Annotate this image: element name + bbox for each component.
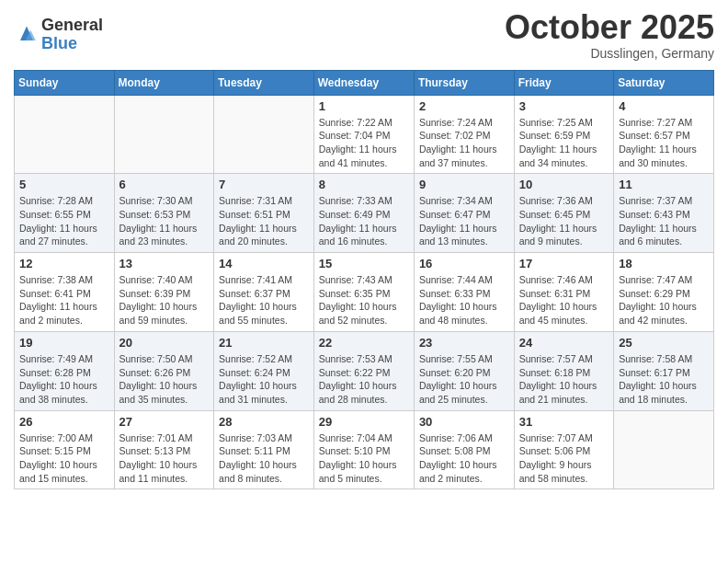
day-info: Sunrise: 7:41 AMSunset: 6:37 PMDaylight:…: [219, 273, 309, 327]
day-info: Sunrise: 7:47 AMSunset: 6:29 PMDaylight:…: [619, 273, 709, 327]
day-cell: 22Sunrise: 7:53 AMSunset: 6:22 PMDayligh…: [313, 331, 414, 410]
column-header-tuesday: Tuesday: [214, 70, 314, 95]
day-info: Sunrise: 7:49 AMSunset: 6:28 PMDaylight:…: [19, 352, 109, 407]
column-header-monday: Monday: [114, 70, 214, 95]
day-cell: 13Sunrise: 7:40 AMSunset: 6:39 PMDayligh…: [114, 253, 214, 332]
day-cell: 23Sunrise: 7:55 AMSunset: 6:20 PMDayligh…: [414, 331, 514, 410]
day-cell: 26Sunrise: 7:00 AMSunset: 5:15 PMDayligh…: [15, 410, 115, 489]
day-cell: 21Sunrise: 7:52 AMSunset: 6:24 PMDayligh…: [214, 331, 314, 410]
day-number: 13: [119, 257, 210, 270]
day-cell: 31Sunrise: 7:07 AMSunset: 5:06 PMDayligh…: [514, 410, 614, 489]
day-info: Sunrise: 7:50 AMSunset: 6:26 PMDaylight:…: [119, 352, 210, 407]
day-number: 19: [19, 336, 109, 350]
day-info: Sunrise: 7:30 AMSunset: 6:53 PMDaylight:…: [119, 194, 210, 248]
day-info: Sunrise: 7:06 AMSunset: 5:08 PMDaylight:…: [419, 431, 509, 486]
month-title: October 2025: [505, 9, 714, 46]
day-info: Sunrise: 7:46 AMSunset: 6:31 PMDaylight:…: [519, 273, 609, 327]
day-cell: 27Sunrise: 7:01 AMSunset: 5:13 PMDayligh…: [114, 410, 214, 489]
day-cell: 16Sunrise: 7:44 AMSunset: 6:33 PMDayligh…: [414, 253, 514, 332]
day-cell: 10Sunrise: 7:36 AMSunset: 6:45 PMDayligh…: [514, 174, 614, 253]
day-number: 21: [219, 336, 309, 350]
day-cell: 8Sunrise: 7:33 AMSunset: 6:49 PMDaylight…: [313, 174, 414, 253]
logo-text: General Blue: [41, 17, 103, 53]
day-number: 4: [619, 99, 709, 113]
day-number: 22: [319, 336, 409, 350]
day-number: 5: [19, 178, 109, 191]
day-info: Sunrise: 7:53 AMSunset: 6:22 PMDaylight:…: [319, 352, 409, 407]
day-info: Sunrise: 7:01 AMSunset: 5:13 PMDaylight:…: [119, 431, 210, 486]
week-row-3: 12Sunrise: 7:38 AMSunset: 6:41 PMDayligh…: [15, 253, 714, 332]
day-info: Sunrise: 7:44 AMSunset: 6:33 PMDaylight:…: [419, 273, 509, 327]
day-info: Sunrise: 7:43 AMSunset: 6:35 PMDaylight:…: [319, 273, 409, 327]
day-number: 28: [219, 415, 309, 429]
day-info: Sunrise: 7:34 AMSunset: 6:47 PMDaylight:…: [419, 194, 509, 248]
week-row-2: 5Sunrise: 7:28 AMSunset: 6:55 PMDaylight…: [15, 174, 714, 253]
day-cell: 9Sunrise: 7:34 AMSunset: 6:47 PMDaylight…: [414, 174, 514, 253]
day-cell: 15Sunrise: 7:43 AMSunset: 6:35 PMDayligh…: [313, 253, 414, 332]
day-info: Sunrise: 7:31 AMSunset: 6:51 PMDaylight:…: [219, 194, 309, 248]
day-info: Sunrise: 7:28 AMSunset: 6:55 PMDaylight:…: [19, 194, 109, 248]
day-cell: 25Sunrise: 7:58 AMSunset: 6:17 PMDayligh…: [614, 331, 714, 410]
day-cell: 11Sunrise: 7:37 AMSunset: 6:43 PMDayligh…: [614, 174, 714, 253]
title-block: October 2025 Dusslingen, Germany: [505, 9, 714, 61]
day-info: Sunrise: 7:22 AMSunset: 7:04 PMDaylight:…: [319, 116, 409, 170]
day-number: 29: [319, 415, 409, 429]
day-number: 15: [319, 257, 409, 270]
day-cell: [614, 410, 714, 489]
day-info: Sunrise: 7:36 AMSunset: 6:45 PMDaylight:…: [519, 194, 609, 248]
day-number: 18: [619, 257, 709, 270]
day-number: 10: [519, 178, 609, 191]
day-info: Sunrise: 7:25 AMSunset: 6:59 PMDaylight:…: [519, 116, 609, 170]
day-info: Sunrise: 7:24 AMSunset: 7:02 PMDaylight:…: [419, 116, 509, 170]
day-info: Sunrise: 7:38 AMSunset: 6:41 PMDaylight:…: [19, 273, 109, 327]
week-row-5: 26Sunrise: 7:00 AMSunset: 5:15 PMDayligh…: [15, 410, 714, 489]
column-header-saturday: Saturday: [614, 70, 714, 95]
day-number: 23: [419, 336, 509, 350]
day-number: 6: [119, 178, 210, 191]
day-info: Sunrise: 7:00 AMSunset: 5:15 PMDaylight:…: [19, 431, 109, 486]
day-info: Sunrise: 7:03 AMSunset: 5:11 PMDaylight:…: [219, 431, 309, 486]
day-cell: 14Sunrise: 7:41 AMSunset: 6:37 PMDayligh…: [214, 253, 314, 332]
location: Dusslingen, Germany: [505, 46, 714, 61]
day-number: 30: [419, 415, 509, 429]
day-info: Sunrise: 7:07 AMSunset: 5:06 PMDaylight:…: [519, 431, 609, 486]
day-number: 24: [519, 336, 609, 350]
calendar: SundayMondayTuesdayWednesdayThursdayFrid…: [14, 70, 714, 490]
day-number: 2: [419, 99, 509, 113]
day-cell: 7Sunrise: 7:31 AMSunset: 6:51 PMDaylight…: [214, 174, 314, 253]
day-number: 17: [519, 257, 609, 270]
day-number: 7: [219, 178, 309, 191]
day-cell: 3Sunrise: 7:25 AMSunset: 6:59 PMDaylight…: [514, 95, 614, 174]
day-info: Sunrise: 7:52 AMSunset: 6:24 PMDaylight:…: [219, 352, 309, 407]
logo-icon: [14, 21, 40, 47]
day-number: 8: [319, 178, 409, 191]
day-cell: [15, 95, 115, 174]
day-cell: 12Sunrise: 7:38 AMSunset: 6:41 PMDayligh…: [15, 253, 115, 332]
day-cell: 5Sunrise: 7:28 AMSunset: 6:55 PMDaylight…: [15, 174, 115, 253]
day-info: Sunrise: 7:55 AMSunset: 6:20 PMDaylight:…: [419, 352, 509, 407]
day-info: Sunrise: 7:37 AMSunset: 6:43 PMDaylight:…: [619, 194, 709, 248]
page-header: General Blue October 2025 Dusslingen, Ge…: [14, 9, 714, 61]
day-cell: 2Sunrise: 7:24 AMSunset: 7:02 PMDaylight…: [414, 95, 514, 174]
day-cell: 17Sunrise: 7:46 AMSunset: 6:31 PMDayligh…: [514, 253, 614, 332]
day-cell: 6Sunrise: 7:30 AMSunset: 6:53 PMDaylight…: [114, 174, 214, 253]
day-cell: 28Sunrise: 7:03 AMSunset: 5:11 PMDayligh…: [214, 410, 314, 489]
day-number: 1: [319, 99, 409, 113]
logo-blue: Blue: [41, 35, 103, 53]
day-info: Sunrise: 7:57 AMSunset: 6:18 PMDaylight:…: [519, 352, 609, 407]
logo-general: General: [41, 17, 103, 35]
day-cell: 30Sunrise: 7:06 AMSunset: 5:08 PMDayligh…: [414, 410, 514, 489]
day-number: 12: [19, 257, 109, 270]
day-info: Sunrise: 7:40 AMSunset: 6:39 PMDaylight:…: [119, 273, 210, 327]
day-number: 11: [619, 178, 709, 191]
day-cell: 20Sunrise: 7:50 AMSunset: 6:26 PMDayligh…: [114, 331, 214, 410]
day-info: Sunrise: 7:04 AMSunset: 5:10 PMDaylight:…: [319, 431, 409, 486]
day-number: 31: [519, 415, 609, 429]
day-info: Sunrise: 7:33 AMSunset: 6:49 PMDaylight:…: [319, 194, 409, 248]
day-cell: 19Sunrise: 7:49 AMSunset: 6:28 PMDayligh…: [15, 331, 115, 410]
day-cell: 4Sunrise: 7:27 AMSunset: 6:57 PMDaylight…: [614, 95, 714, 174]
day-cell: 29Sunrise: 7:04 AMSunset: 5:10 PMDayligh…: [313, 410, 414, 489]
day-number: 27: [119, 415, 210, 429]
day-number: 20: [119, 336, 210, 350]
day-number: 25: [619, 336, 709, 350]
